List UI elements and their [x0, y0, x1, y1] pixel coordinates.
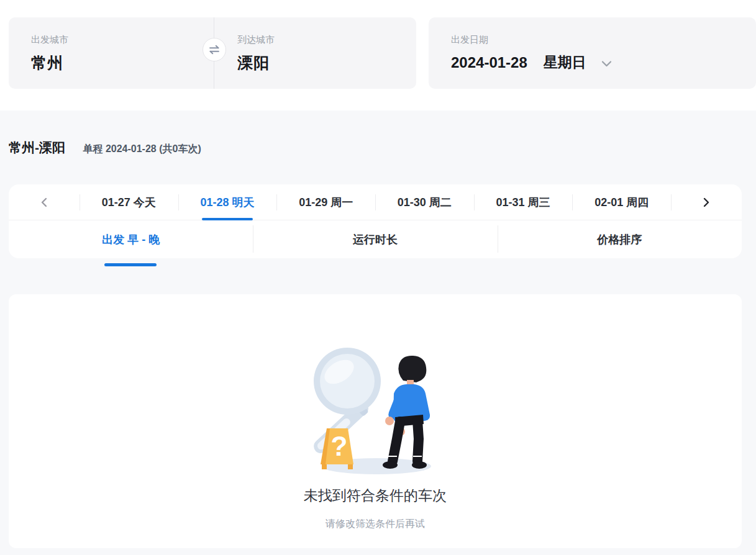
date-value[interactable]: 2024-01-28: [451, 54, 527, 71]
no-results-illustration: ?: [301, 344, 450, 477]
from-city-label: 出发城市: [31, 34, 210, 46]
empty-state-subtitle: 请修改筛选条件后再试: [9, 518, 742, 531]
route-title: 常州-溧阳: [9, 140, 65, 155]
date-label: 出发日期: [451, 34, 756, 46]
date-selector[interactable]: 出发日期 2024-01-28 星期日: [429, 17, 756, 89]
tab-date-0127[interactable]: 01-27 今天: [80, 184, 178, 220]
active-sort-underline: [104, 263, 157, 266]
person-figure: [383, 356, 430, 469]
tab-date-0129[interactable]: 01-29 周一: [276, 184, 375, 220]
swap-cities-button[interactable]: [203, 38, 226, 61]
filter-card: 01-27 今天 01-28 明天 01-29 周一 01-30 周二 01-3…: [9, 184, 742, 258]
tab-date-0131[interactable]: 01-31 周三: [474, 184, 573, 220]
date-tabs: 01-27 今天 01-28 明天 01-29 周一 01-30 周二 01-3…: [9, 184, 742, 220]
city-selector: 出发城市 常州 到达城市 溧阳: [9, 17, 416, 89]
empty-state-title: 未找到符合条件的车次: [9, 486, 742, 505]
sort-bar: 出发 早 - 晚 运行时长 价格排序: [9, 220, 742, 258]
to-city-field[interactable]: 到达城市 溧阳: [210, 17, 416, 89]
empty-results-card: ? 未找到符合条件的车次 请修改筛选条件后再试: [9, 294, 742, 548]
question-mark-glyph: ?: [331, 431, 348, 461]
search-header: 出发城市 常州 到达城市 溧阳 出发日期 2024-01-28 星期日: [0, 0, 756, 111]
prev-dates-button[interactable]: [9, 184, 80, 220]
from-city-value[interactable]: 常州: [31, 53, 210, 73]
tab-date-0128[interactable]: 01-28 明天: [178, 184, 277, 220]
next-dates-button[interactable]: [671, 184, 742, 220]
magnifier-lens: [314, 348, 381, 415]
swap-icon: [207, 43, 221, 56]
to-city-value[interactable]: 溧阳: [237, 53, 416, 73]
sort-by-price[interactable]: 价格排序: [498, 220, 742, 258]
route-summary: 单程 2024-01-28 (共0车次): [83, 143, 201, 154]
date-weekday: 星期日: [544, 53, 586, 72]
chevron-right-icon: [702, 197, 711, 208]
sort-by-duration[interactable]: 运行时长: [253, 220, 497, 258]
results-section: 常州-溧阳 单程 2024-01-28 (共0车次) 01-27 今天 01-2…: [0, 111, 756, 555]
tab-date-0130[interactable]: 01-30 周二: [375, 184, 474, 220]
chevron-left-icon: [40, 197, 48, 208]
chevron-down-icon: [601, 60, 612, 68]
route-header: 常州-溧阳 单程 2024-01-28 (共0车次): [0, 111, 756, 158]
to-city-label: 到达城市: [237, 34, 416, 46]
sort-by-departure[interactable]: 出发 早 - 晚: [9, 220, 253, 258]
tab-date-0201[interactable]: 02-01 周四: [572, 184, 671, 220]
from-city-field[interactable]: 出发城市 常州: [9, 17, 210, 89]
